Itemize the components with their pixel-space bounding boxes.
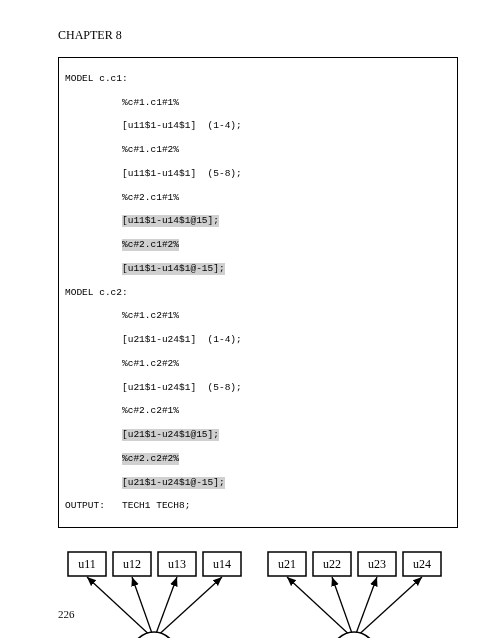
code-line: %c#2.c1#2% (65, 239, 451, 251)
node-u22: u22 (323, 557, 341, 571)
code-line: %c#1.c2#1% (65, 310, 451, 322)
code-line: [u11$1-u14$1] (5-8); (65, 168, 451, 180)
node-u23: u23 (368, 557, 386, 571)
code-line: [u11$1-u14$1@-15]; (65, 263, 451, 275)
code-line: %c#1.c1#2% (65, 144, 451, 156)
code-line: %c#2.c2#1% (65, 405, 451, 417)
hl-line: %c#2.c1#2% (122, 239, 179, 251)
path-diagram: u11 u12 u13 u14 u21 u22 u23 u24 (58, 544, 458, 638)
hl-line: [u21$1-u24$1@15]; (122, 429, 219, 441)
svg-line-12 (287, 577, 354, 638)
svg-point-21 (332, 632, 376, 638)
hl-line: %c#2.c2#2% (122, 453, 179, 465)
hl-line: [u21$1-u24$1@-15]; (122, 477, 225, 489)
svg-line-11 (154, 577, 222, 638)
code-line: [u21$1-u24$1] (1-4); (65, 334, 451, 346)
model-code-block: MODEL c.c1: %c#1.c1#1% [u11$1-u14$1] (1-… (58, 57, 458, 528)
hl-line: [u11$1-u14$1@15]; (122, 215, 219, 227)
code-line: %c#1.c1#1% (65, 97, 451, 109)
hl-line: [u11$1-u14$1@-15]; (122, 263, 225, 275)
chapter-heading: CHAPTER 8 (58, 28, 458, 43)
code-line: OUTPUT: TECH1 TECH8; (65, 500, 451, 512)
node-u14: u14 (213, 557, 231, 571)
svg-line-15 (354, 577, 422, 638)
node-u11: u11 (78, 557, 96, 571)
code-line: [u11$1-u14$1] (1-4); (65, 120, 451, 132)
node-u21: u21 (278, 557, 296, 571)
svg-point-20 (132, 632, 176, 638)
svg-line-8 (87, 577, 154, 638)
code-line: %c#1.c2#2% (65, 358, 451, 370)
code-line: [u11$1-u14$1@15]; (65, 215, 451, 227)
node-u12: u12 (123, 557, 141, 571)
code-line: [u21$1-u24$1@-15]; (65, 477, 451, 489)
code-line: %c#2.c2#2% (65, 453, 451, 465)
code-line: [u21$1-u24$1@15]; (65, 429, 451, 441)
page-number: 226 (58, 608, 75, 620)
code-line: MODEL c.c2: (65, 287, 451, 299)
node-u13: u13 (168, 557, 186, 571)
code-line: MODEL c.c1: (65, 73, 451, 85)
code-line: [u21$1-u24$1] (5-8); (65, 382, 451, 394)
code-line: %c#2.c1#1% (65, 192, 451, 204)
node-u24: u24 (413, 557, 431, 571)
